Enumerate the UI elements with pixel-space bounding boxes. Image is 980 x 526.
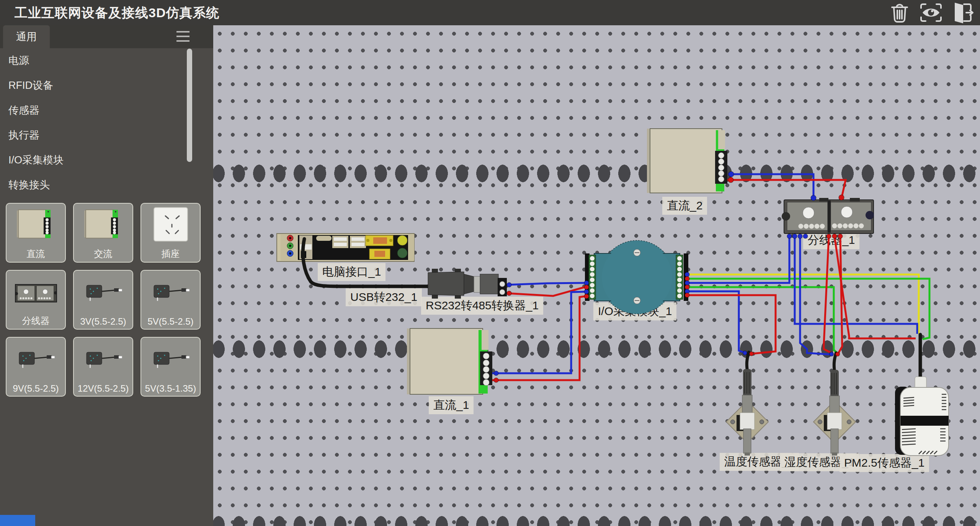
device-io-module[interactable] [585,240,688,314]
wire-splitter-humidity-red[interactable] [824,237,831,353]
menu-item-rfid[interactable]: RFID设备 [0,73,213,98]
wire-io-splitter-blue[interactable] [688,237,789,283]
dc-power-supply-thumb [13,207,59,243]
palette-item-5v[interactable]: 5V(5.5-2.5) [140,270,201,330]
device-dc1[interactable] [407,328,492,394]
palette-item-9v[interactable]: 9V(5.5-2.5) [6,337,66,397]
wire-dc1-io-blue[interactable] [492,292,585,373]
ac-power-supply-thumb [80,207,126,243]
device-humidity-sensor[interactable] [813,353,856,456]
preview-button[interactable] [919,1,943,24]
sidebar-scrollbar[interactable] [187,49,192,162]
palette-item-label: 插座 [141,248,200,260]
device-temp-sensor[interactable] [726,352,768,456]
power-adapter-thumb [148,274,194,310]
palette-item-label: 交流 [74,248,132,260]
hamburger-menu-icon[interactable] [176,31,189,42]
palette-item-3v[interactable]: 3V(5.5-2.5) [73,270,133,330]
palette-item-5v-small[interactable]: 5V(3.5-1.35) [140,337,201,397]
exit-button[interactable] [950,1,975,24]
device-splitter[interactable] [782,198,874,234]
palette-item-label: 5V(3.5-1.35) [141,383,200,394]
exit-door-icon [950,1,975,24]
title-bar: 工业互联网设备及接线3D仿真系统 [0,0,980,25]
wire-dc2-splitter-blue[interactable] [728,174,813,202]
scene-3d-view[interactable] [213,25,980,526]
palette-item-splitter[interactable]: 分线器 [6,270,66,330]
category-menu: 电源 RFID设备 传感器 执行器 I/O采集模块 转换接头 [0,48,213,198]
palette-item-label: 9V(5.5-2.5) [7,383,65,394]
tab-general[interactable]: 通用 [3,25,50,48]
power-adapter-thumb [148,341,194,377]
device-pm25-sensor[interactable] [895,335,949,456]
menu-item-actuator[interactable]: 执行器 [0,123,213,148]
delete-button[interactable] [887,1,912,24]
palette-item-12v[interactable]: 12V(5.5-2.5) [73,337,133,397]
power-adapter-thumb [80,341,126,377]
palette-item-label: 直流 [7,248,65,260]
corner-blue-badge[interactable] [0,515,35,526]
palette-item-ac[interactable]: 交流 [73,203,133,263]
splitter-thumb [13,274,59,310]
palette-item-label: 3V(5.5-2.5) [74,316,132,327]
app-title: 工业互联网设备及接线3D仿真系统 [15,0,219,25]
device-palette: 直流 交流 插座 分线器 3V(5.5-2.5) 5V(5.5-2.5) 9V(… [6,203,201,397]
menu-item-power[interactable]: 电源 [0,48,213,73]
menu-item-sensor[interactable]: 传感器 [0,98,213,123]
eye-focus-icon [919,1,943,24]
menu-item-io-module[interactable]: I/O采集模块 [0,148,213,173]
device-usb232-rs485[interactable] [428,269,507,299]
toolbar [887,1,975,24]
power-adapter-thumb [80,274,126,310]
power-adapter-thumb [13,341,59,377]
palette-item-dc[interactable]: 直流 [6,203,66,263]
wire-io-temp-blue[interactable] [688,291,746,353]
wire-splitter-pm25-blue[interactable] [795,237,917,334]
wire-io-humidity-green[interactable] [688,287,837,353]
trash-icon [887,1,912,24]
menu-item-adapter[interactable]: 转换接头 [0,173,213,198]
wall-socket-thumb [148,207,194,243]
palette-item-label: 5V(5.5-2.5) [141,316,200,327]
palette-item-socket[interactable]: 插座 [140,203,201,263]
palette-item-label: 12V(5.5-2.5) [74,383,132,394]
wire-splitter-humidity-red2[interactable] [838,237,842,354]
palette-item-label: 分线器 [7,315,65,327]
device-pc-port[interactable] [277,234,414,261]
wire-io-temp-red[interactable] [688,295,776,354]
wire-rs485-io-blue[interactable] [507,283,585,285]
device-dc2[interactable] [647,129,727,193]
sidebar: 通用 电源 RFID设备 传感器 执行器 I/O采集模块 转换接头 直流 交流 … [0,25,213,526]
sidebar-tabstrip: 通用 [0,25,213,48]
